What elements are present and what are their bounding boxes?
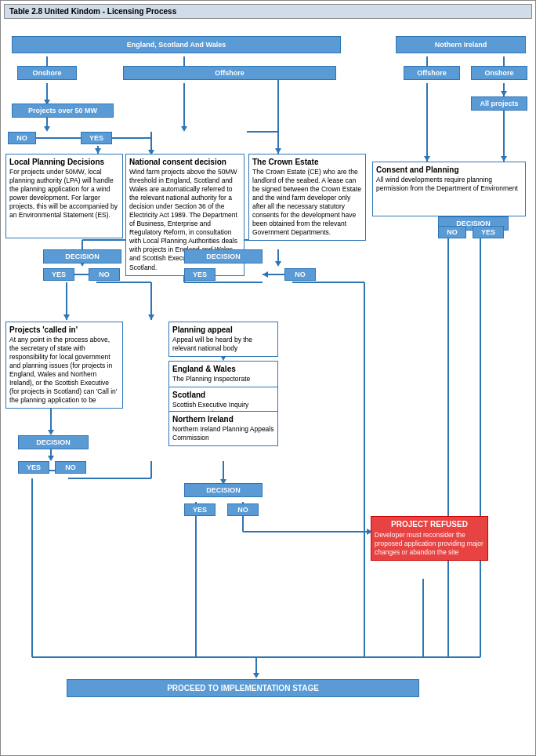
no-label-4: NO bbox=[65, 463, 76, 471]
ni-no-box: NO bbox=[438, 226, 466, 238]
yes-label-3: YES bbox=[193, 271, 207, 278]
proceed-label: PROCEED TO IMPLEMENTATION STAGE bbox=[167, 684, 319, 692]
onshore-label: Onshore bbox=[32, 69, 61, 77]
project-refused-title: PROJECT REFUSED bbox=[375, 520, 484, 529]
project-refused-body: Developer must reconsider the proposed a… bbox=[375, 531, 484, 557]
offshore-label: Offshore bbox=[215, 69, 244, 77]
all-projects-box: All projects bbox=[471, 96, 527, 111]
projects-50mw-box: Projects over 50 MW bbox=[12, 104, 114, 118]
all-projects-label: All projects bbox=[480, 100, 518, 107]
svg-marker-73 bbox=[48, 456, 54, 461]
esw-header-text: England, Scotland And Wales bbox=[127, 41, 226, 49]
england-wales-title: England & Wales bbox=[172, 365, 274, 373]
england-wales-box: England & Wales The Planning Inspectorat… bbox=[168, 361, 278, 387]
project-refused-box: PROJECT REFUSED Developer must reconside… bbox=[371, 516, 488, 561]
svg-marker-25 bbox=[501, 91, 507, 96]
ni-yes-box: YES bbox=[473, 226, 504, 238]
planning-appeal-title: Planning appeal bbox=[172, 325, 274, 334]
svg-marker-16 bbox=[95, 148, 101, 154]
decision-label-4: DECISION bbox=[206, 486, 241, 494]
no-box-2: NO bbox=[89, 268, 120, 281]
ni-offshore-label: Offshore bbox=[417, 69, 447, 77]
crown-estate-body: The Crown Estate (CE) who are the landlo… bbox=[252, 168, 362, 237]
yes-box-1: YES bbox=[81, 132, 112, 144]
decision-box-2: DECISION bbox=[184, 249, 263, 264]
projects-called-in-title: Projects 'called in' bbox=[9, 325, 119, 334]
onshore-box: Onshore bbox=[17, 66, 77, 80]
svg-marker-7 bbox=[181, 126, 187, 132]
offshore-box: Offshore bbox=[123, 66, 336, 80]
decision-box-1: DECISION bbox=[43, 249, 121, 264]
projects-called-in-box: Projects 'called in' At any point in the… bbox=[5, 322, 123, 409]
diagram: England, Scotland And Wales Nothern Irel… bbox=[4, 22, 534, 743]
decision-label-3: DECISION bbox=[36, 438, 71, 446]
yes-label-1: YES bbox=[89, 134, 103, 142]
ni-offshore-box: Offshore bbox=[404, 66, 460, 80]
northern-ireland-planning-body: Northern Ireland Planning Appeals Commis… bbox=[172, 425, 274, 442]
page-title: Table 2.8 United Kindom - Licensing Proc… bbox=[4, 4, 532, 19]
local-planning-body: For projects under 50MW, local planning … bbox=[9, 168, 119, 220]
consent-planning-title: Consent and Planning bbox=[376, 165, 522, 174]
decision-box-3: DECISION bbox=[18, 435, 89, 449]
ni-yes-label: YES bbox=[481, 228, 495, 236]
svg-marker-23 bbox=[424, 156, 430, 162]
yes-box-2: YES bbox=[43, 268, 74, 281]
yes-label-2: YES bbox=[52, 271, 66, 278]
northern-ireland-header: Nothern Ireland bbox=[396, 36, 526, 53]
page: Table 2.8 United Kindom - Licensing Proc… bbox=[0, 0, 536, 756]
consent-planning-body: All wind developments require planning p… bbox=[376, 176, 522, 193]
yes-box-3: YES bbox=[184, 268, 215, 281]
yes-box-4: YES bbox=[18, 461, 49, 474]
svg-marker-9 bbox=[44, 126, 50, 132]
projects-50mw-label: Projects over 50 MW bbox=[28, 107, 97, 114]
northern-ireland-planning-title: Northern Ireland bbox=[172, 415, 274, 423]
no-box-4: NO bbox=[55, 461, 86, 474]
svg-marker-44 bbox=[63, 314, 70, 320]
no-label-2: NO bbox=[99, 271, 110, 278]
ni-header-text: Nothern Ireland bbox=[435, 41, 487, 49]
svg-marker-27 bbox=[501, 156, 507, 162]
ni-onshore-box: Onshore bbox=[471, 66, 527, 80]
no-label-5: NO bbox=[237, 506, 248, 514]
decision-label-2: DECISION bbox=[206, 253, 241, 260]
no-box-5: NO bbox=[227, 503, 259, 516]
crown-estate-box: The Crown Estate The Crown Estate (CE) w… bbox=[248, 154, 366, 241]
crown-estate-title: The Crown Estate bbox=[252, 158, 362, 166]
proceed-box: PROCEED TO IMPLEMENTATION STAGE bbox=[67, 679, 419, 697]
svg-marker-54 bbox=[48, 430, 54, 435]
decision-box-4: DECISION bbox=[184, 483, 263, 497]
national-consent-title: National consent decision bbox=[129, 158, 241, 166]
projects-called-in-body: At any point in the process above, the s… bbox=[9, 336, 119, 405]
yes-label-4: YES bbox=[27, 463, 41, 471]
no-label-3: NO bbox=[295, 271, 306, 278]
england-scotland-wales-header: England, Scotland And Wales bbox=[12, 36, 341, 53]
local-planning-box: Local Planning Decisions For projects un… bbox=[5, 154, 123, 238]
svg-marker-36 bbox=[263, 271, 268, 278]
planning-appeal-box: Planning appeal Appeal will be heard by … bbox=[168, 322, 278, 357]
svg-marker-47 bbox=[148, 314, 154, 320]
yes-box-5: YES bbox=[184, 503, 215, 516]
no-label-1: NO bbox=[16, 134, 27, 142]
no-box-1: NO bbox=[8, 132, 36, 144]
yes-label-5: YES bbox=[193, 506, 207, 514]
no-box-3: NO bbox=[284, 268, 316, 281]
scotland-title: Scotland bbox=[172, 391, 274, 399]
svg-marker-31 bbox=[275, 261, 281, 267]
ni-no-label: NO bbox=[447, 228, 458, 236]
svg-marker-97 bbox=[275, 148, 281, 154]
planning-appeal-body: Appeal will be heard by the relevant nat… bbox=[172, 336, 274, 353]
consent-planning-box: Consent and Planning All wind developmen… bbox=[372, 162, 526, 216]
local-planning-title: Local Planning Decisions bbox=[9, 158, 119, 166]
svg-marker-82 bbox=[253, 673, 259, 678]
ni-onshore-label: Onshore bbox=[484, 69, 513, 77]
decision-label-1: DECISION bbox=[65, 253, 100, 260]
england-wales-body: The Planning Inspectorate bbox=[172, 375, 274, 383]
northern-ireland-planning-box: Northern Ireland Northern Ireland Planni… bbox=[168, 411, 278, 446]
